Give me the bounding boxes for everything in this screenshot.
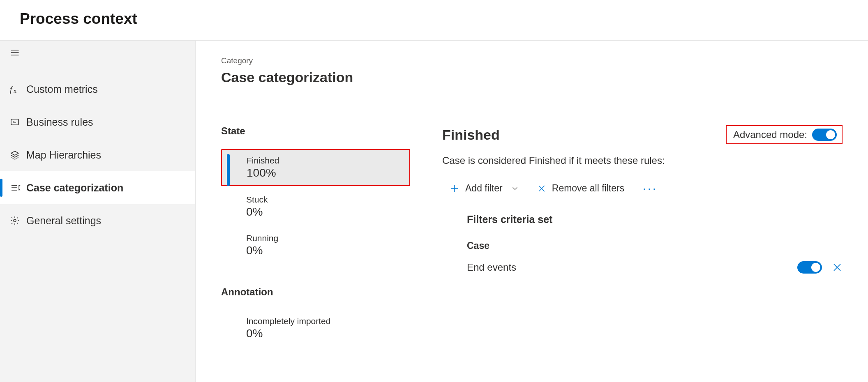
svg-text:x: x	[14, 87, 17, 94]
annotation-group-title: Annotation	[221, 286, 442, 298]
state-item-running[interactable]: Running 0%	[221, 227, 442, 263]
sidebar-item-general-settings[interactable]: General settings	[0, 204, 195, 237]
criteria-set-title: Filters criteria set	[467, 214, 843, 226]
sidebar-item-map-hierarchies[interactable]: Map Hierarchies	[0, 138, 195, 171]
rule-toggle[interactable]	[797, 261, 822, 274]
sidebar-item-label: Case categorization	[26, 182, 123, 194]
state-value: 0%	[246, 205, 442, 219]
annotation-item-incompletely-imported[interactable]: Incompletely imported 0%	[221, 310, 442, 346]
rule-name: End events	[467, 262, 516, 273]
close-icon	[832, 262, 843, 273]
advanced-mode-control: Advanced mode:	[726, 125, 843, 144]
remove-all-filters-button[interactable]: Remove all filters	[537, 183, 624, 194]
chevron-down-icon	[511, 184, 519, 193]
gear-icon	[10, 216, 20, 226]
svg-point-3	[14, 219, 16, 222]
add-filter-button[interactable]: Add filter	[450, 183, 503, 194]
sidebar-item-label: Map Hierarchies	[26, 149, 101, 161]
annotation-name: Incompletely imported	[246, 316, 442, 326]
main-title: Case categorization	[221, 69, 868, 85]
rule-row[interactable]: End events	[467, 260, 843, 275]
state-group-title: State	[221, 125, 442, 137]
rule-delete-button[interactable]	[832, 262, 843, 273]
criteria-subtitle: Case	[467, 240, 843, 251]
rules-icon	[10, 117, 20, 127]
add-filter-label: Add filter	[465, 183, 503, 194]
main-header: Category Case categorization	[196, 41, 868, 98]
state-value: 100%	[247, 166, 409, 179]
close-icon	[537, 184, 546, 193]
categorization-icon	[10, 182, 21, 193]
hamburger-menu-button[interactable]	[0, 41, 195, 64]
add-filter-dropdown[interactable]	[511, 184, 519, 193]
state-name: Stuck	[246, 195, 442, 205]
annotation-value: 0%	[246, 327, 442, 340]
advanced-mode-label: Advanced mode:	[733, 129, 807, 140]
sidebar-item-label: General settings	[26, 215, 101, 227]
state-item-finished[interactable]: Finished 100%	[221, 149, 410, 186]
sidebar-item-label: Custom metrics	[26, 83, 98, 95]
state-item-stuck[interactable]: Stuck 0%	[221, 189, 442, 225]
svg-text:f: f	[10, 85, 13, 94]
remove-all-filters-label: Remove all filters	[552, 183, 624, 194]
hamburger-icon	[10, 48, 20, 58]
detail-title: Finished	[442, 127, 500, 143]
advanced-mode-toggle[interactable]	[812, 129, 837, 141]
sidebar: fx Custom metrics Business rules Map Hie…	[0, 40, 196, 382]
breadcrumb: Category	[221, 56, 868, 65]
state-name: Running	[246, 233, 442, 243]
plus-icon	[450, 184, 459, 193]
sidebar-item-business-rules[interactable]: Business rules	[0, 106, 195, 138]
sidebar-item-label: Business rules	[26, 116, 93, 128]
page-title: Process context	[20, 10, 868, 28]
state-value: 0%	[246, 244, 442, 257]
layers-icon	[10, 150, 20, 160]
sidebar-item-case-categorization[interactable]: Case categorization	[0, 171, 195, 204]
sidebar-item-custom-metrics[interactable]: fx Custom metrics	[0, 73, 195, 106]
detail-description: Case is considered Finished if it meets …	[442, 155, 843, 166]
state-name: Finished	[247, 156, 409, 166]
svg-rect-2	[11, 119, 18, 125]
fx-icon: fx	[10, 84, 21, 94]
